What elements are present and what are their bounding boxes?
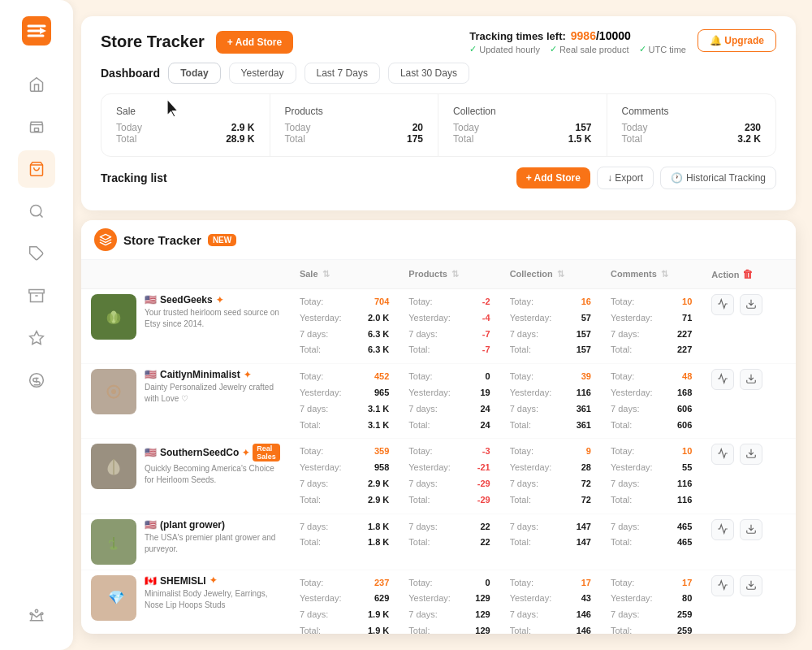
sidebar-item-bag[interactable] <box>18 150 55 188</box>
svg-line-4 <box>40 214 43 218</box>
add-store-button-2[interactable]: + Add Store <box>516 167 590 188</box>
export-button[interactable]: ↓ Export <box>597 167 654 189</box>
store-flag-3: 🇺🇸 <box>145 519 157 531</box>
action-cell-0 <box>702 289 796 364</box>
sidebar-item-home[interactable] <box>18 66 55 103</box>
upgrade-button[interactable]: 🔔 Upgrade <box>698 29 776 52</box>
store-name-0[interactable]: SeedGeeks <box>160 294 213 306</box>
svg-point-12 <box>30 613 32 615</box>
store-name-2[interactable]: SouthernSeedCo <box>160 447 239 458</box>
sidebar-item-star[interactable] <box>18 319 55 357</box>
sidebar-item-dollar[interactable] <box>18 362 55 399</box>
store-thumbnail-4: 💎 <box>91 575 136 621</box>
export-row-button-4[interactable] <box>740 575 762 596</box>
store-name-1[interactable]: CaitlynMinimalist <box>160 369 240 380</box>
stats-row: Sale Today2.9 K Total28.9 K Products Tod… <box>101 93 776 157</box>
sale-cell-2: Totay:359 Yesterday:958 7 days:2.9 K Tot… <box>290 439 399 514</box>
store-name-3[interactable]: (plant grower) <box>160 519 225 531</box>
products-cell-4: Totay:0 Yesterday:129 7 days:129 Total:1… <box>399 570 499 634</box>
add-store-button[interactable]: + Add Store <box>216 31 293 54</box>
products-cell-1: Totay:0 Yesterday:19 7 days:24 Total:24 <box>399 364 499 439</box>
store-cell-2: 🇺🇸 SouthernSeedCo ✦ Real Sales Quickly B… <box>81 439 290 514</box>
store-desc-4: Minimalist Body Jewelry, Earrings, Nose … <box>145 588 280 611</box>
toolbar-row: + Add Store ↓ Export 🕐 Historical Tracki… <box>516 167 776 189</box>
page-title: Store Tracker <box>101 32 205 51</box>
table-row: 🇺🇸 SeedGeeks ✦ Your trusted heirloom see… <box>81 289 796 364</box>
sidebar-item-box[interactable] <box>18 277 55 314</box>
tracking-meta: ✓ Updated hourly ✓ Real sale product ✓ U… <box>469 44 686 54</box>
table-row: 🇺🇸 CaitlynMinimalist ✦ Dainty Personaliz… <box>81 364 796 439</box>
sale-cell-4: Totay:237 Yesterday:629 7 days:1.9 K Tot… <box>290 570 399 634</box>
col-store <box>81 260 290 289</box>
sidebar-item-tag[interactable] <box>18 235 55 272</box>
store-cell-1: 🇺🇸 CaitlynMinimalist ✦ Dainty Personaliz… <box>81 364 290 439</box>
stat-collection: Collection Today157 Total1.5 K <box>438 94 607 156</box>
svg-text:💎: 💎 <box>108 588 125 605</box>
products-cell-0: Totay:-2 Yesterday:-4 7 days:-7 Total:-7 <box>399 289 499 364</box>
col-action: Action 🗑 <box>702 260 796 289</box>
tracking-count: 9986/10000 <box>571 29 631 42</box>
export-row-button-2[interactable] <box>740 444 762 465</box>
stat-products: Products Today20 Total175 <box>270 94 439 156</box>
comments-cell-0: Totay:10 Yesterday:71 7 days:227 Total:2… <box>601 289 702 364</box>
sale-cell-0: Totay:704 Yesterday:2.0 K 7 days:6.3 K T… <box>290 289 399 364</box>
store-desc-1: Dainty Personalized Jewelry crafted with… <box>145 382 280 405</box>
store-desc-2: Quickly Becoming America's Choice for He… <box>145 463 280 486</box>
tab-last7days[interactable]: Last 7 Days <box>304 63 380 84</box>
store-cell-0: 🇺🇸 SeedGeeks ✦ Your trusted heirloom see… <box>81 289 290 364</box>
dashboard-tabs: Dashboard Today Yesterday Last 7 Days La… <box>101 63 776 84</box>
tracking-list-header: Tracking list + Add Store ↓ Export 🕐 His… <box>101 167 776 189</box>
store-cell-4: 💎 🇨🇦 SHEMISLI ✦ Minimalist Body Jewelry,… <box>81 570 290 634</box>
tracking-info: Tracking times left: 9986/10000 ✓ Update… <box>469 29 686 54</box>
tab-last30days[interactable]: Last 30 Days <box>388 63 469 84</box>
tracking-label: Tracking times left: <box>469 30 565 42</box>
popup-logo-icon <box>94 228 117 251</box>
store-name-4[interactable]: SHEMISLI <box>160 575 206 587</box>
svg-marker-8 <box>30 332 44 344</box>
sale-cell-1: Totay:452 Yesterday:965 7 days:3.1 K Tot… <box>290 364 399 439</box>
historical-tracking-button[interactable]: 🕐 Historical Tracking <box>660 167 776 189</box>
tracking-used: 9986 <box>571 29 596 42</box>
store-thumbnail-1 <box>91 369 136 414</box>
store-details-2: 🇺🇸 SouthernSeedCo ✦ Real Sales Quickly B… <box>145 444 280 486</box>
stat-products-label: Products <box>285 106 424 117</box>
tab-yesterday[interactable]: Yesterday <box>229 63 296 84</box>
app-logo <box>22 16 51 48</box>
sidebar-item-crown[interactable] <box>18 596 55 634</box>
collection-cell-0: Totay:16 Yesterday:57 7 days:157 Total:1… <box>500 289 601 364</box>
table-row: 💎 🇨🇦 SHEMISLI ✦ Minimalist Body Jewelry,… <box>81 570 796 634</box>
store-flag-0: 🇺🇸 <box>145 294 157 306</box>
popup-header: Store Tracker NEW <box>81 220 796 260</box>
stat-comments: Comments Today230 Total3.2 K <box>607 94 776 156</box>
store-thumbnail-0 <box>91 294 136 340</box>
col-sale: Sale ⇅ <box>290 260 399 289</box>
store-details-1: 🇺🇸 CaitlynMinimalist ✦ Dainty Personaliz… <box>145 369 280 405</box>
chart-button-1[interactable] <box>711 369 734 390</box>
sidebar-item-search[interactable] <box>18 193 55 230</box>
sidebar-item-store[interactable] <box>18 108 55 145</box>
action-cell-1 <box>702 364 796 439</box>
stat-comments-label: Comments <box>622 106 762 117</box>
chart-button-2[interactable] <box>711 444 734 465</box>
store-flag-1: 🇺🇸 <box>145 369 157 380</box>
action-cell-2 <box>702 439 796 514</box>
store-thumbnail-2 <box>91 444 136 489</box>
clock-icon: 🕐 <box>671 172 683 184</box>
comments-cell-2: Totay:10 Yesterday:55 7 days:116 Total:1… <box>601 439 702 514</box>
chart-button-0[interactable] <box>711 294 734 315</box>
table-scroll[interactable]: Sale ⇅ Products ⇅ Collection ⇅ Comments … <box>81 260 796 634</box>
chart-button-4[interactable] <box>711 575 734 596</box>
store-cell-3: 🇺🇸 (plant grower) The USA's premier plan… <box>81 514 290 570</box>
new-badge: NEW <box>208 234 236 246</box>
meta-real-sale: ✓ Real sale product <box>550 44 629 54</box>
stat-sale: Sale Today2.9 K Total28.9 K <box>102 94 270 156</box>
chart-button-3[interactable] <box>711 519 734 540</box>
tab-today[interactable]: Today <box>168 63 220 84</box>
col-comments: Comments ⇅ <box>601 260 702 289</box>
export-row-button-3[interactable] <box>740 519 762 540</box>
comments-cell-3: 7 days:465 Total:465 <box>601 514 702 570</box>
tracking-total: 10000 <box>599 29 631 42</box>
export-row-button-1[interactable] <box>740 369 762 390</box>
comments-cell-1: Totay:48 Yesterday:168 7 days:606 Total:… <box>601 364 702 439</box>
export-row-button-0[interactable] <box>740 294 762 315</box>
